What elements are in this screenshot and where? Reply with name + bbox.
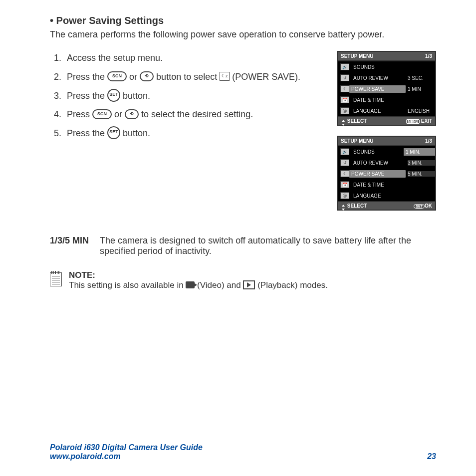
menu-page: 1/3: [425, 53, 432, 59]
footer-select: SELECT: [341, 118, 406, 124]
menu-title: SETUP MENU: [341, 53, 425, 59]
sounds-icon: 🔊: [340, 63, 349, 70]
scn-button-icon: SCN: [92, 109, 112, 119]
power-save-icon: ☾z: [220, 72, 230, 81]
timer-button-icon: ⟲: [140, 71, 154, 81]
footer-exit: MENU EXIT: [406, 118, 432, 124]
menu-page: 1/3: [425, 138, 432, 144]
review-icon: ↺: [340, 74, 349, 81]
note-icon: [50, 272, 62, 286]
menu-row: ⓐLANGUAGEENGLISH: [338, 105, 435, 116]
note-label: NOTE:: [69, 270, 328, 280]
menu-row: ↺AUTO REVIEW3 MIN.: [338, 157, 435, 168]
menu-row: 🔊SOUNDS1 MIN.: [338, 146, 435, 157]
powersave-icon: ☾: [340, 85, 349, 92]
step-1: Access the setup menu.: [64, 49, 327, 68]
scn-button-icon: SCN: [107, 71, 127, 81]
lcd-screen-2: SETUP MENU 1/3 🔊SOUNDS1 MIN. ↺AUTO REVIE…: [337, 136, 436, 211]
guide-title: Polaroid i630 Digital Camera User Guide: [50, 443, 203, 452]
menu-row: ⓐLANGUAGE: [338, 190, 435, 201]
footer-left: Polaroid i630 Digital Camera User Guide …: [50, 443, 203, 461]
footer-select: SELECT: [341, 203, 414, 209]
menu-row-selected: ☾POWER SAVE5 MIN.: [338, 168, 435, 179]
step-2: Press the SCN or ⟲ button to select ☾z (…: [64, 68, 327, 87]
set-button-icon: SET: [107, 89, 120, 102]
section-heading: • Power Saving Settings: [50, 15, 436, 26]
footer-ok: SETOK: [414, 203, 432, 209]
step-3: Press the SET button.: [64, 87, 327, 106]
sounds-icon: 🔊: [340, 148, 349, 155]
menu-row: 🔊SOUNDS: [338, 61, 435, 72]
datetime-icon: 📅: [340, 96, 349, 103]
video-mode-icon: [186, 281, 195, 288]
page-number: 23: [427, 452, 436, 461]
menu-title: SETUP MENU: [341, 138, 425, 144]
note-block: NOTE: This setting is also available in …: [50, 270, 436, 290]
lcd-screen-1: SETUP MENU 1/3 🔊SOUNDS ↺AUTO REVIEW3 SEC…: [337, 51, 436, 126]
review-icon: ↺: [340, 159, 349, 166]
definition-row: 1/3/5 MIN The camera is designed to swit…: [50, 236, 436, 256]
step-5: Press the SET button.: [64, 124, 327, 143]
steps-list: Access the setup menu. Press the SCN or …: [50, 49, 327, 143]
definition-text: The camera is designed to switch off aut…: [100, 236, 436, 256]
playback-mode-icon: [243, 280, 255, 289]
menu-row: ↺AUTO REVIEW3 SEC.: [338, 72, 435, 83]
menu-row: 📅DATE & TIME: [338, 179, 435, 190]
intro-text: The camera performs the following power …: [50, 29, 436, 40]
step-4: Press SCN or ⟲ to select the desired set…: [64, 105, 327, 124]
language-icon: ⓐ: [340, 107, 349, 114]
guide-url: www.polaroid.com: [50, 452, 203, 461]
menu-row-selected: ☾POWER SAVE1 MIN: [338, 83, 435, 94]
powersave-icon: ☾: [340, 170, 349, 177]
note-text: This setting is also available in (Video…: [69, 280, 328, 290]
definition-term: 1/3/5 MIN: [50, 236, 89, 256]
menu-row: 📅DATE & TIME: [338, 94, 435, 105]
set-button-icon: SET: [107, 126, 120, 139]
language-icon: ⓐ: [340, 192, 349, 199]
datetime-icon: 📅: [340, 181, 349, 188]
timer-button-icon: ⟲: [125, 109, 139, 119]
